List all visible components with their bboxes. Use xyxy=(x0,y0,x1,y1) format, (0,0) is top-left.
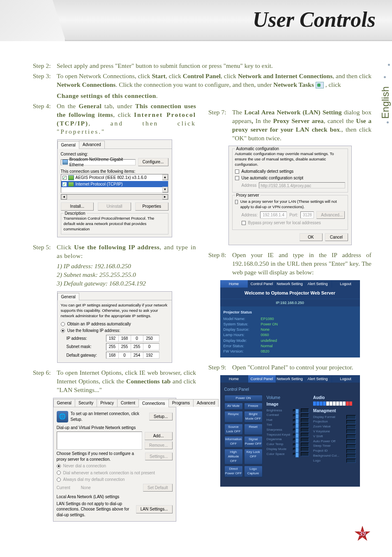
tab-content[interactable]: Content xyxy=(117,399,139,407)
pws-tab-alert-setting[interactable]: Alert Setting xyxy=(304,280,332,288)
configure-button[interactable]: Configure... xyxy=(138,158,168,166)
mgmt-value-box[interactable] xyxy=(346,429,355,434)
step-4: Step 4: On the General tab, under This c… xyxy=(33,102,196,137)
checkbox-icon[interactable] xyxy=(62,176,67,180)
items-listbox[interactable]: AEGIS Protocol (IEEE 802.1x) v3.1.6.0 In… xyxy=(61,174,168,193)
tab-privacy[interactable]: Privacy xyxy=(97,399,118,407)
mask-input[interactable]: 2552552550 xyxy=(106,343,159,350)
radio-manual[interactable] xyxy=(61,329,65,333)
mgmt-value-box[interactable] xyxy=(346,425,355,429)
cp-tab-alert-setting[interactable]: Alert Setting xyxy=(304,375,332,383)
list-item[interactable]: Internet Protocol (TCP/IP) xyxy=(61,181,168,188)
properties-button[interactable]: Properties xyxy=(135,202,168,211)
scroll-down-icon[interactable]: ▼ xyxy=(162,187,168,193)
proxy-address-input[interactable]: 192.168.1.4 xyxy=(260,211,287,219)
slider[interactable] xyxy=(293,409,299,412)
script-address-input[interactable]: http://192.168.1.4/proxy.pac xyxy=(259,182,345,188)
tab-connections[interactable]: Connections xyxy=(138,399,169,407)
mgmt-value-box[interactable] xyxy=(346,439,355,443)
install-button[interactable]: Install... xyxy=(61,202,94,211)
none-label: None xyxy=(73,485,141,491)
setup-button[interactable]: Setup... xyxy=(149,413,172,421)
cp-button[interactable]: Signal Power OFF xyxy=(244,436,263,448)
item-label: AEGIS Protocol (IEEE 802.1x) v3.1.6.0 xyxy=(76,175,147,181)
auto-config-text: Automatic configuration may override man… xyxy=(235,151,345,167)
tab-general[interactable]: General xyxy=(58,141,80,149)
tab-security[interactable]: Security xyxy=(75,399,97,407)
check-auto-detect[interactable] xyxy=(235,169,239,174)
mgmt-value-box[interactable] xyxy=(346,434,355,439)
add-button[interactable]: Add... xyxy=(145,432,173,440)
cp-button[interactable]: Direct Power OFF xyxy=(224,466,243,477)
tab-programs[interactable]: Programs xyxy=(168,399,194,407)
lan-settings-button[interactable]: LAN Settings... xyxy=(136,505,173,513)
slider[interactable] xyxy=(293,439,299,441)
cp-tab-home[interactable]: Home xyxy=(220,375,248,383)
slider[interactable] xyxy=(293,429,299,431)
tab-general[interactable]: General xyxy=(53,399,76,407)
tab-general[interactable]: General xyxy=(58,293,80,301)
tcpip-panel: General You can get IP settings assigned… xyxy=(57,291,172,363)
radio-dial-when[interactable] xyxy=(57,471,61,475)
remove-button[interactable]: Remove... xyxy=(145,441,173,450)
pws-tab-network-setting[interactable]: Network Setting xyxy=(276,280,304,288)
proxy-port-input[interactable]: 3128 xyxy=(300,211,314,219)
tab-advanced[interactable]: Advanced xyxy=(79,141,104,149)
check-bypass-local[interactable] xyxy=(242,221,246,225)
mgmt-value-box[interactable] xyxy=(346,415,355,419)
slider[interactable] xyxy=(293,419,299,422)
radio-never-dial[interactable] xyxy=(57,464,61,468)
check-use-proxy[interactable] xyxy=(235,200,238,204)
mgmt-value-box[interactable] xyxy=(346,444,355,448)
pws-tab-logout[interactable]: Logout xyxy=(332,280,360,288)
slider[interactable] xyxy=(293,434,299,436)
h-scrollbar[interactable]: ◄► xyxy=(61,194,168,200)
cp-button[interactable]: High Altitude OFF xyxy=(224,449,243,464)
cp-button[interactable]: Information OFF xyxy=(224,436,243,448)
slider-label: Contrast xyxy=(267,413,291,418)
cp-button[interactable]: Key Lock OFF xyxy=(244,449,263,464)
slider[interactable] xyxy=(293,424,299,426)
cp-button[interactable]: Resync xyxy=(224,411,243,422)
cp-button[interactable]: Power ON xyxy=(224,395,263,402)
slider[interactable] xyxy=(293,448,299,450)
image-slider-row: Display Mode xyxy=(267,447,309,452)
mgmt-value-box[interactable] xyxy=(346,459,355,463)
slider[interactable] xyxy=(293,453,299,455)
mgmt-value-box[interactable] xyxy=(346,454,355,458)
uninstall-button[interactable]: Uninstall xyxy=(98,202,131,211)
radio-auto[interactable] xyxy=(61,322,65,326)
pws-tab-control-panel[interactable]: Control Panel xyxy=(248,280,276,288)
cp-tab-control-panel[interactable]: Control Panel xyxy=(248,375,276,383)
advanced-button[interactable]: Advanced... xyxy=(316,211,345,219)
gw-input[interactable]: 1680254192 xyxy=(106,352,159,359)
checkbox-icon[interactable] xyxy=(62,182,67,186)
mgmt-value-box[interactable] xyxy=(346,449,355,453)
mgmt-value-box[interactable] xyxy=(346,420,355,424)
scroll-left-icon[interactable]: ◄ xyxy=(61,195,67,200)
pws-tab-home[interactable]: Home xyxy=(220,280,248,288)
check-use-script[interactable] xyxy=(235,176,239,180)
scroll-up-icon[interactable]: ▲ xyxy=(162,174,168,180)
set-default-button[interactable]: Set Default xyxy=(143,484,172,492)
ok-button[interactable]: OK xyxy=(300,233,323,241)
cancel-button[interactable]: Cancel xyxy=(325,233,348,241)
cp-button[interactable]: Reset xyxy=(244,424,263,435)
slider[interactable] xyxy=(293,443,299,446)
cp-tab-logout[interactable]: Logout xyxy=(332,375,360,383)
radio-always-dial[interactable] xyxy=(57,478,61,482)
settings-button[interactable]: Settings... xyxy=(145,453,172,461)
cp-tab-network-setting[interactable]: Network Setting xyxy=(276,375,304,383)
scroll-right-icon[interactable]: ► xyxy=(162,195,168,200)
connections-listbox[interactable] xyxy=(57,432,142,450)
slider[interactable] xyxy=(293,414,299,417)
t: , click xyxy=(113,111,134,118)
cp-button[interactable]: AV Mute xyxy=(224,403,243,410)
cp-button[interactable]: Bright Mode OFF xyxy=(244,411,263,422)
list-item[interactable]: AEGIS Protocol (IEEE 802.1x) v3.1.6.0 xyxy=(61,174,168,181)
cp-button[interactable]: Freeze xyxy=(244,403,263,410)
ip-input[interactable]: 1921680250 xyxy=(106,335,159,342)
cp-button[interactable]: Source Lock OFF xyxy=(224,424,243,435)
audio-level-bar[interactable] xyxy=(313,402,355,406)
cp-button[interactable]: Logo Capture xyxy=(244,466,263,477)
